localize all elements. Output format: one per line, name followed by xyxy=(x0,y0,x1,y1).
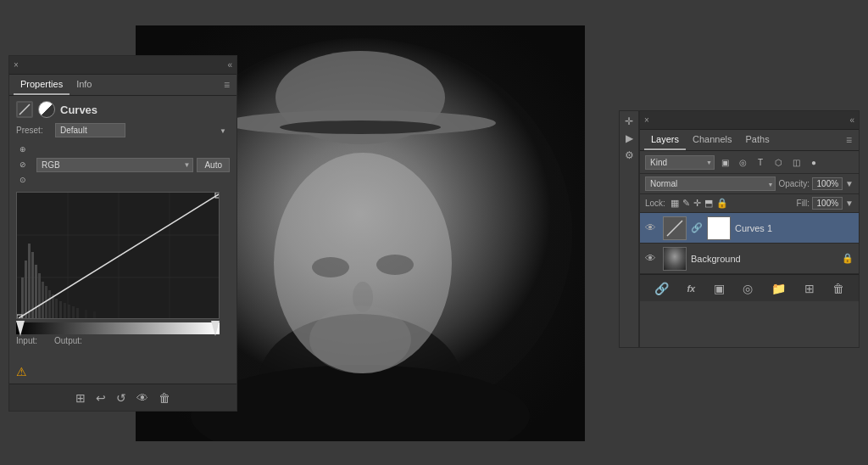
gradient-slider-row xyxy=(16,321,230,334)
background-lock-icon[interactable]: 🔒 xyxy=(842,253,854,264)
preset-select[interactable]: Default Strong Contrast Lighter Darker xyxy=(55,123,125,137)
svg-rect-28 xyxy=(55,299,58,319)
curves-graph[interactable] xyxy=(16,192,220,319)
fill-arrow: ▼ xyxy=(845,199,854,208)
fill-label: Fill: xyxy=(797,199,810,208)
svg-rect-22 xyxy=(35,265,37,319)
background-visibility[interactable]: 👁 xyxy=(645,252,659,265)
layers-blend-row: Normal Multiply Screen Overlay Soft Ligh… xyxy=(640,174,859,194)
fill-row: Fill: 100% ▼ xyxy=(797,197,854,210)
delete-icon[interactable]: 🗑 xyxy=(159,391,170,405)
add-mask-icon[interactable]: ▣ xyxy=(714,282,725,295)
curves1-mask-thumb xyxy=(707,216,731,240)
fill-value[interactable]: 100% xyxy=(812,197,843,210)
channel-select-wrapper: RGB Red Green Blue xyxy=(36,158,193,172)
properties-tabs: Properties Info ≡ xyxy=(9,75,236,96)
svg-rect-25 xyxy=(45,286,47,319)
pixel-icon[interactable]: ▣ xyxy=(717,154,732,170)
settings-icon[interactable]: ⚙ xyxy=(625,149,634,161)
channel-tools: ⊕ ⊘ ⊙ xyxy=(16,143,30,187)
move-tool-icon[interactable]: ✛ xyxy=(625,115,633,127)
svg-point-7 xyxy=(280,120,441,134)
layers-close[interactable]: × xyxy=(644,115,649,125)
undo-icon[interactable]: ↺ xyxy=(116,391,126,405)
shape-icon[interactable]: ⬡ xyxy=(771,154,786,170)
lock-position-icon[interactable]: ✛ xyxy=(693,198,701,209)
blend-mode-select[interactable]: Normal Multiply Screen Overlay Soft Ligh… xyxy=(645,176,776,191)
warning-row: ⚠ xyxy=(16,365,27,378)
svg-rect-31 xyxy=(68,305,70,319)
delete-layer-icon[interactable]: 🗑 xyxy=(832,282,844,295)
black-slider-thumb[interactable] xyxy=(16,321,25,336)
curves-container: Input: Output: xyxy=(16,192,230,345)
black-point-icon[interactable]: ⊘ xyxy=(16,158,30,171)
layers-bottom-toolbar: 🔗 fx ▣ ◎ 📁 ⊞ 🗑 xyxy=(640,274,859,301)
svg-rect-32 xyxy=(72,306,75,319)
blend-mode-wrapper: Normal Multiply Screen Overlay Soft Ligh… xyxy=(645,176,776,191)
clip-to-layer-icon[interactable]: ⊞ xyxy=(75,391,86,405)
white-slider-thumb[interactable] xyxy=(211,321,220,336)
artboard-icon[interactable]: ▶ xyxy=(626,132,633,144)
layers-panel: × « Layers Channels Paths ≡ Kind Name Ef… xyxy=(639,110,860,348)
reset-icon[interactable]: ↩ xyxy=(96,391,106,405)
svg-rect-35 xyxy=(93,311,96,319)
layers-lock-row: Lock: ▦ ✎ ✛ ⬒ 🔒 Fill: 100% ▼ xyxy=(640,194,859,213)
lock-paint-icon[interactable]: ✎ xyxy=(682,198,690,209)
adjustment-filter-icon[interactable]: ◎ xyxy=(735,154,750,170)
tab-info[interactable]: Info xyxy=(70,75,98,95)
background-name: Background xyxy=(691,254,837,264)
smart-object-icon[interactable]: ◫ xyxy=(788,154,804,170)
layer-row-background[interactable]: 👁 Background 🔒 xyxy=(640,244,859,274)
svg-rect-24 xyxy=(42,282,44,319)
new-layer-icon[interactable]: ⊞ xyxy=(804,282,815,295)
layers-kind-row: Kind Name Effect Mode Attribute Color Sm… xyxy=(640,151,859,174)
auto-button[interactable]: Auto xyxy=(197,158,230,172)
opacity-value[interactable]: 100% xyxy=(812,177,843,190)
curves-svg xyxy=(17,193,220,319)
properties-close[interactable]: × xyxy=(14,60,19,70)
eyedropper-icon[interactable]: ⊕ xyxy=(16,143,30,156)
preset-select-wrapper: Default Strong Contrast Lighter Darker xyxy=(55,123,230,137)
layer-row-curves1[interactable]: 👁 🔗 Curves 1 xyxy=(640,213,859,244)
output-label: Output: xyxy=(54,336,82,345)
lock-all-icon[interactable]: 🔒 xyxy=(716,198,728,209)
curves1-icon-svg xyxy=(665,219,684,238)
adj-circle-icon xyxy=(38,101,55,118)
tab-properties[interactable]: Properties xyxy=(14,75,70,95)
properties-panel: × « Properties Info ≡ Curves xyxy=(8,55,237,412)
layers-tabs: Layers Channels Paths ≡ xyxy=(640,130,859,151)
group-icon[interactable]: 📁 xyxy=(771,282,786,295)
white-point-icon[interactable]: ⊙ xyxy=(16,173,30,187)
curves1-link-icon: 🔗 xyxy=(691,222,703,233)
lock-transparent-icon[interactable]: ▦ xyxy=(670,198,679,209)
layer-effects-icon[interactable]: fx xyxy=(687,283,695,294)
input-label: Input: xyxy=(16,336,37,345)
circle-kind-icon[interactable]: ● xyxy=(806,154,821,170)
link-layers-icon[interactable]: 🔗 xyxy=(654,282,669,295)
visibility-icon[interactable]: 👁 xyxy=(136,391,148,405)
left-panel-strip: ✛ ▶ ⚙ xyxy=(619,110,639,348)
svg-rect-19 xyxy=(25,261,27,319)
channel-row: ⊕ ⊘ ⊙ RGB Red Green Blue Auto xyxy=(16,143,230,187)
curves1-visibility[interactable]: 👁 xyxy=(645,221,659,234)
input-output-row: Input: Output: xyxy=(16,336,230,345)
tab-paths[interactable]: Paths xyxy=(739,130,776,150)
properties-collapse[interactable]: « xyxy=(227,60,232,70)
svg-rect-26 xyxy=(48,290,51,319)
gradient-slider[interactable] xyxy=(16,322,220,334)
channel-select[interactable]: RGB Red Green Blue xyxy=(36,158,193,172)
layers-collapse[interactable]: « xyxy=(849,115,854,125)
lock-artboard-icon[interactable]: ⬒ xyxy=(704,198,713,209)
tab-channels[interactable]: Channels xyxy=(686,130,738,150)
properties-menu-icon[interactable]: ≡ xyxy=(221,75,232,95)
svg-rect-20 xyxy=(28,244,31,319)
properties-body: Curves Preset: Default Strong Contrast L… xyxy=(9,96,236,354)
kind-select[interactable]: Kind Name Effect Mode Attribute Color Sm… xyxy=(645,155,715,170)
svg-point-8 xyxy=(312,257,349,277)
layers-menu-icon[interactable]: ≡ xyxy=(843,130,854,150)
text-icon[interactable]: T xyxy=(753,154,768,170)
tab-layers[interactable]: Layers xyxy=(644,130,686,150)
curves1-name: Curves 1 xyxy=(735,223,854,233)
opacity-label: Opacity: xyxy=(778,179,810,188)
adjustment-layer-icon[interactable]: ◎ xyxy=(743,282,753,295)
